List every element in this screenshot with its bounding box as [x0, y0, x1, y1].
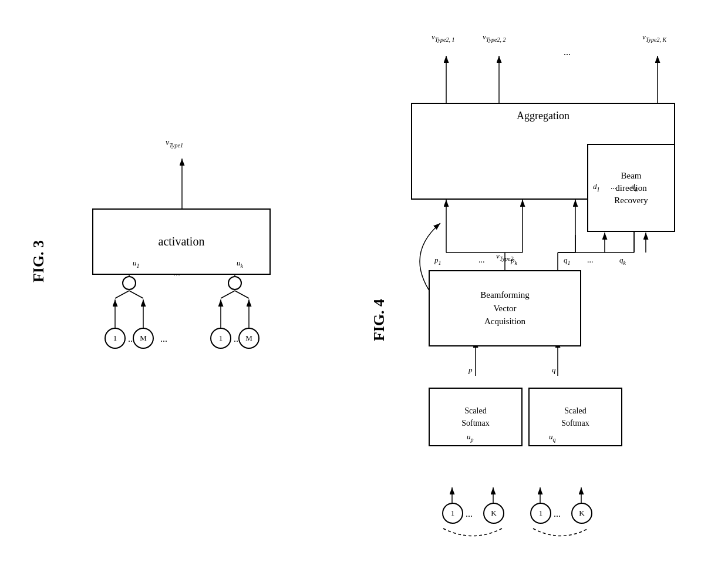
circle-1a: 1 — [105, 328, 126, 349]
diagram-container: FIG. 3 activation vType1 u1 uk ... 1 ...… — [0, 0, 728, 562]
p-label: p — [469, 365, 473, 375]
u1-node — [122, 276, 136, 290]
p-dots: ... — [478, 255, 485, 265]
uk-label: uk — [237, 258, 243, 269]
v-type2-1-label: vType2, 1 — [432, 32, 454, 43]
v-dots: ... — [564, 47, 571, 58]
svg-line-12 — [235, 291, 249, 298]
d1-label: d1 — [593, 182, 600, 193]
fig3-label: FIG. 3 — [30, 240, 48, 282]
uq-label: uq — [549, 432, 556, 443]
circle-1b: 1 — [210, 328, 231, 349]
uk-sub: k — [241, 263, 243, 269]
fig4-dots-right: ... — [554, 509, 561, 519]
u1-sub: 1 — [137, 263, 140, 269]
svg-line-7 — [115, 291, 129, 298]
fig4-label: FIG. 4 — [370, 299, 388, 341]
pk-label: pk — [511, 255, 517, 266]
fig4-dots-left: ... — [466, 509, 473, 519]
scaled-softmax2: Scaled Softmax — [528, 388, 622, 446]
dk-label: dk — [631, 182, 638, 193]
q-dots: ... — [587, 255, 594, 265]
fig3-dots-between-groups: ... — [160, 334, 167, 344]
u1-label: u1 — [133, 258, 140, 269]
fig4-circle-Kb: K — [571, 503, 592, 524]
up-label: up — [467, 432, 474, 443]
qk-label: qk — [619, 255, 626, 266]
circle-m1: M — [133, 328, 154, 349]
scaled-softmax1: Scaled Softmax — [429, 388, 523, 446]
p1-label: p1 — [434, 255, 441, 266]
v-type1-label: vType1 — [166, 138, 183, 149]
fig3-dots-middle: ... — [173, 267, 180, 278]
q1-label: q1 — [564, 255, 571, 266]
svg-line-11 — [221, 291, 235, 298]
fig4-circle-1b: 1 — [530, 503, 551, 524]
fig4-circle-1a: 1 — [442, 503, 463, 524]
v-type2-K-label: vType2, K — [642, 32, 666, 43]
fig4-circle-Ka: K — [483, 503, 504, 524]
arrows-svg — [0, 0, 728, 562]
v-type2-2-label: vType2, 2 — [483, 32, 505, 43]
svg-line-8 — [129, 291, 143, 298]
v-type1-sub: Type1 — [169, 142, 183, 149]
uk-node — [228, 276, 242, 290]
circle-m2: M — [238, 328, 259, 349]
activation-box: activation — [92, 208, 271, 275]
q-label: q — [552, 365, 556, 375]
beamforming-box: Beamforming Vector Acquisition — [429, 270, 581, 346]
d-dots: ... — [611, 182, 617, 191]
